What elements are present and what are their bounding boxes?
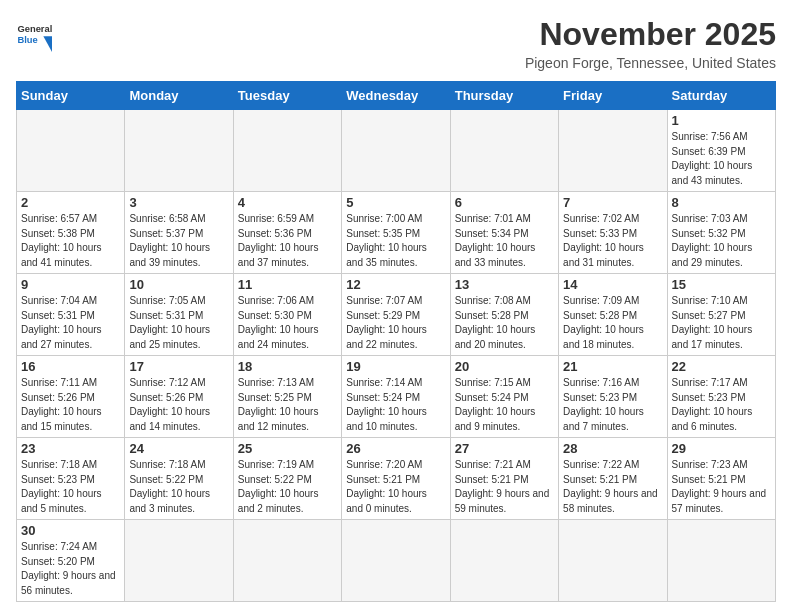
calendar-week-row: 16Sunrise: 7:11 AM Sunset: 5:26 PM Dayli… bbox=[17, 356, 776, 438]
day-info: Sunrise: 7:03 AM Sunset: 5:32 PM Dayligh… bbox=[672, 212, 771, 270]
day-info: Sunrise: 7:11 AM Sunset: 5:26 PM Dayligh… bbox=[21, 376, 120, 434]
calendar-cell: 9Sunrise: 7:04 AM Sunset: 5:31 PM Daylig… bbox=[17, 274, 125, 356]
calendar-cell bbox=[233, 110, 341, 192]
day-info: Sunrise: 7:01 AM Sunset: 5:34 PM Dayligh… bbox=[455, 212, 554, 270]
calendar-cell: 10Sunrise: 7:05 AM Sunset: 5:31 PM Dayli… bbox=[125, 274, 233, 356]
location-title: Pigeon Forge, Tennessee, United States bbox=[525, 55, 776, 71]
day-info: Sunrise: 7:12 AM Sunset: 5:26 PM Dayligh… bbox=[129, 376, 228, 434]
calendar-cell: 14Sunrise: 7:09 AM Sunset: 5:28 PM Dayli… bbox=[559, 274, 667, 356]
day-number: 24 bbox=[129, 441, 228, 456]
day-number: 19 bbox=[346, 359, 445, 374]
weekday-header-monday: Monday bbox=[125, 82, 233, 110]
day-number: 27 bbox=[455, 441, 554, 456]
calendar-cell: 7Sunrise: 7:02 AM Sunset: 5:33 PM Daylig… bbox=[559, 192, 667, 274]
calendar-cell bbox=[342, 110, 450, 192]
day-number: 2 bbox=[21, 195, 120, 210]
calendar-cell bbox=[342, 520, 450, 602]
calendar-cell: 11Sunrise: 7:06 AM Sunset: 5:30 PM Dayli… bbox=[233, 274, 341, 356]
day-info: Sunrise: 7:24 AM Sunset: 5:20 PM Dayligh… bbox=[21, 540, 120, 598]
day-info: Sunrise: 7:09 AM Sunset: 5:28 PM Dayligh… bbox=[563, 294, 662, 352]
calendar-cell bbox=[450, 520, 558, 602]
day-number: 23 bbox=[21, 441, 120, 456]
day-number: 12 bbox=[346, 277, 445, 292]
day-info: Sunrise: 7:06 AM Sunset: 5:30 PM Dayligh… bbox=[238, 294, 337, 352]
title-area: November 2025 Pigeon Forge, Tennessee, U… bbox=[525, 16, 776, 71]
day-info: Sunrise: 7:56 AM Sunset: 6:39 PM Dayligh… bbox=[672, 130, 771, 188]
calendar-cell: 13Sunrise: 7:08 AM Sunset: 5:28 PM Dayli… bbox=[450, 274, 558, 356]
weekday-header-thursday: Thursday bbox=[450, 82, 558, 110]
day-info: Sunrise: 7:22 AM Sunset: 5:21 PM Dayligh… bbox=[563, 458, 662, 516]
calendar-week-row: 9Sunrise: 7:04 AM Sunset: 5:31 PM Daylig… bbox=[17, 274, 776, 356]
day-info: Sunrise: 7:15 AM Sunset: 5:24 PM Dayligh… bbox=[455, 376, 554, 434]
day-number: 29 bbox=[672, 441, 771, 456]
calendar-cell: 23Sunrise: 7:18 AM Sunset: 5:23 PM Dayli… bbox=[17, 438, 125, 520]
calendar-cell bbox=[450, 110, 558, 192]
day-info: Sunrise: 7:08 AM Sunset: 5:28 PM Dayligh… bbox=[455, 294, 554, 352]
calendar-cell: 28Sunrise: 7:22 AM Sunset: 5:21 PM Dayli… bbox=[559, 438, 667, 520]
day-info: Sunrise: 7:21 AM Sunset: 5:21 PM Dayligh… bbox=[455, 458, 554, 516]
day-info: Sunrise: 6:57 AM Sunset: 5:38 PM Dayligh… bbox=[21, 212, 120, 270]
calendar-cell: 4Sunrise: 6:59 AM Sunset: 5:36 PM Daylig… bbox=[233, 192, 341, 274]
calendar-cell: 1Sunrise: 7:56 AM Sunset: 6:39 PM Daylig… bbox=[667, 110, 775, 192]
svg-text:General: General bbox=[17, 24, 52, 34]
svg-marker-2 bbox=[43, 36, 52, 52]
calendar-cell: 20Sunrise: 7:15 AM Sunset: 5:24 PM Dayli… bbox=[450, 356, 558, 438]
day-number: 14 bbox=[563, 277, 662, 292]
calendar-cell: 24Sunrise: 7:18 AM Sunset: 5:22 PM Dayli… bbox=[125, 438, 233, 520]
day-number: 16 bbox=[21, 359, 120, 374]
day-number: 30 bbox=[21, 523, 120, 538]
day-info: Sunrise: 7:18 AM Sunset: 5:23 PM Dayligh… bbox=[21, 458, 120, 516]
day-number: 3 bbox=[129, 195, 228, 210]
calendar-cell: 30Sunrise: 7:24 AM Sunset: 5:20 PM Dayli… bbox=[17, 520, 125, 602]
calendar-week-row: 2Sunrise: 6:57 AM Sunset: 5:38 PM Daylig… bbox=[17, 192, 776, 274]
day-number: 26 bbox=[346, 441, 445, 456]
calendar-cell: 19Sunrise: 7:14 AM Sunset: 5:24 PM Dayli… bbox=[342, 356, 450, 438]
day-number: 13 bbox=[455, 277, 554, 292]
calendar-cell: 12Sunrise: 7:07 AM Sunset: 5:29 PM Dayli… bbox=[342, 274, 450, 356]
page-header: General Blue November 2025 Pigeon Forge,… bbox=[16, 16, 776, 71]
weekday-header-tuesday: Tuesday bbox=[233, 82, 341, 110]
calendar-cell bbox=[559, 520, 667, 602]
calendar-cell bbox=[125, 520, 233, 602]
logo: General Blue bbox=[16, 16, 52, 52]
calendar-cell: 2Sunrise: 6:57 AM Sunset: 5:38 PM Daylig… bbox=[17, 192, 125, 274]
calendar-cell: 17Sunrise: 7:12 AM Sunset: 5:26 PM Dayli… bbox=[125, 356, 233, 438]
day-number: 20 bbox=[455, 359, 554, 374]
day-info: Sunrise: 7:07 AM Sunset: 5:29 PM Dayligh… bbox=[346, 294, 445, 352]
calendar-cell: 16Sunrise: 7:11 AM Sunset: 5:26 PM Dayli… bbox=[17, 356, 125, 438]
generalblue-logo-icon: General Blue bbox=[16, 16, 52, 52]
calendar-cell: 3Sunrise: 6:58 AM Sunset: 5:37 PM Daylig… bbox=[125, 192, 233, 274]
weekday-header-row: SundayMondayTuesdayWednesdayThursdayFrid… bbox=[17, 82, 776, 110]
calendar-cell: 6Sunrise: 7:01 AM Sunset: 5:34 PM Daylig… bbox=[450, 192, 558, 274]
day-info: Sunrise: 6:59 AM Sunset: 5:36 PM Dayligh… bbox=[238, 212, 337, 270]
day-info: Sunrise: 7:00 AM Sunset: 5:35 PM Dayligh… bbox=[346, 212, 445, 270]
day-number: 18 bbox=[238, 359, 337, 374]
calendar-cell: 15Sunrise: 7:10 AM Sunset: 5:27 PM Dayli… bbox=[667, 274, 775, 356]
day-number: 9 bbox=[21, 277, 120, 292]
day-number: 17 bbox=[129, 359, 228, 374]
day-number: 4 bbox=[238, 195, 337, 210]
weekday-header-friday: Friday bbox=[559, 82, 667, 110]
day-info: Sunrise: 7:14 AM Sunset: 5:24 PM Dayligh… bbox=[346, 376, 445, 434]
svg-text:Blue: Blue bbox=[17, 35, 37, 45]
day-info: Sunrise: 7:04 AM Sunset: 5:31 PM Dayligh… bbox=[21, 294, 120, 352]
calendar-cell: 8Sunrise: 7:03 AM Sunset: 5:32 PM Daylig… bbox=[667, 192, 775, 274]
day-info: Sunrise: 7:18 AM Sunset: 5:22 PM Dayligh… bbox=[129, 458, 228, 516]
day-info: Sunrise: 7:10 AM Sunset: 5:27 PM Dayligh… bbox=[672, 294, 771, 352]
calendar-table: SundayMondayTuesdayWednesdayThursdayFrid… bbox=[16, 81, 776, 602]
calendar-cell: 21Sunrise: 7:16 AM Sunset: 5:23 PM Dayli… bbox=[559, 356, 667, 438]
weekday-header-saturday: Saturday bbox=[667, 82, 775, 110]
calendar-cell bbox=[125, 110, 233, 192]
day-info: Sunrise: 7:19 AM Sunset: 5:22 PM Dayligh… bbox=[238, 458, 337, 516]
calendar-cell: 22Sunrise: 7:17 AM Sunset: 5:23 PM Dayli… bbox=[667, 356, 775, 438]
day-number: 11 bbox=[238, 277, 337, 292]
day-info: Sunrise: 7:23 AM Sunset: 5:21 PM Dayligh… bbox=[672, 458, 771, 516]
day-number: 15 bbox=[672, 277, 771, 292]
calendar-week-row: 1Sunrise: 7:56 AM Sunset: 6:39 PM Daylig… bbox=[17, 110, 776, 192]
day-number: 10 bbox=[129, 277, 228, 292]
day-number: 7 bbox=[563, 195, 662, 210]
calendar-cell: 27Sunrise: 7:21 AM Sunset: 5:21 PM Dayli… bbox=[450, 438, 558, 520]
day-info: Sunrise: 6:58 AM Sunset: 5:37 PM Dayligh… bbox=[129, 212, 228, 270]
day-info: Sunrise: 7:05 AM Sunset: 5:31 PM Dayligh… bbox=[129, 294, 228, 352]
day-info: Sunrise: 7:17 AM Sunset: 5:23 PM Dayligh… bbox=[672, 376, 771, 434]
